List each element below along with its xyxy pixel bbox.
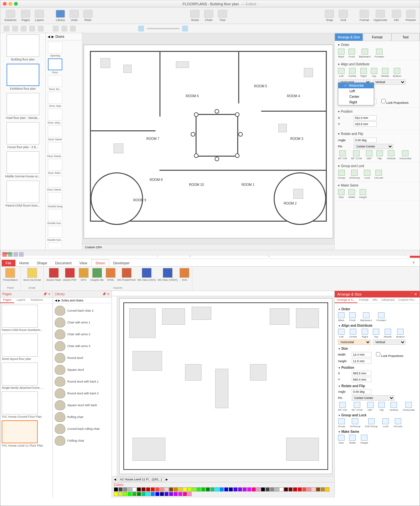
rotate-vertical-button[interactable]: Vertical [389,402,398,411]
chevron-down-icon[interactable]: ▾ [338,43,340,47]
same-size-button[interactable]: Size [338,189,345,199]
group-ungroup-button[interactable]: UnGroup [349,170,360,179]
page-thumb[interactable]: Building floor plan [2,34,44,61]
tb-present[interactable]: Present [404,9,418,22]
color-swatch[interactable] [325,487,329,492]
tab-shape[interactable]: Shape [33,260,51,266]
same-width-button[interactable]: Width [348,189,355,199]
library-item[interactable]: Double hun... [47,226,63,241]
align-left-button[interactable]: Left [338,329,345,338]
align-tool-icon[interactable] [53,26,59,32]
color-swatch[interactable] [293,487,297,492]
color-swatch[interactable] [151,487,155,492]
distribute-tool-icon[interactable] [61,26,67,32]
library-item[interactable]: Folding chair [54,435,110,447]
rotate-90-cw-button[interactable]: 90° CW [338,150,347,160]
library-item[interactable]: Double hung... [47,243,63,247]
library-item[interactable]: Double hung [47,192,63,208]
export-html-button[interactable]: HTML [106,268,116,286]
color-swatch[interactable] [197,487,201,492]
align-right-button[interactable]: Right [362,329,368,338]
export-graphic-file-button[interactable]: Graphic file [91,268,104,286]
chevron-down-icon[interactable]: ▾ [338,132,340,136]
group-unlock-button[interactable]: UnLock [374,170,383,179]
color-swatch[interactable] [183,487,187,492]
chevron-down-icon[interactable]: ▾ [338,62,340,66]
library-item[interactable]: Door, fram... [47,159,63,174]
rotate-180--button[interactable]: 180° [366,150,372,160]
library-item[interactable]: Square stool [54,364,110,376]
color-swatch[interactable] [183,492,187,496]
color-swatch[interactable] [114,492,118,496]
export-adobe-flash-button[interactable]: Adobe Flash [46,268,61,286]
tab-format[interactable]: Format [357,297,371,303]
color-swatch[interactable] [215,487,219,492]
color-swatch[interactable] [302,487,306,492]
color-swatch[interactable] [275,487,279,492]
nav-fwd-icon[interactable]: ▶ [52,35,54,38]
tb-snap[interactable]: Snap [323,9,336,22]
subtab-layers[interactable]: Layers [14,297,28,303]
redo-icon[interactable] [19,252,24,257]
tb-solutions[interactable]: Solutions [2,9,18,22]
export-svg-button[interactable]: SVG [179,268,189,286]
color-swatch[interactable] [118,487,123,492]
library-header[interactable]: ◀ ▶ Doors [46,33,82,40]
color-swatch[interactable] [270,487,274,492]
color-swatch[interactable] [201,487,205,492]
same-height-button[interactable]: Height [360,435,368,444]
group-ungroup-button[interactable]: UnGroup [350,418,360,428]
color-swatch[interactable] [114,487,118,492]
rotate-90-ccw-button[interactable]: 90° CCW [351,150,362,160]
library-item[interactable]: Chair with arms 3 [54,340,110,352]
same-height-button[interactable]: Height [359,189,367,199]
group-group-button[interactable]: Group [338,170,345,179]
page-thumb[interactable]: Single-family detached home ... [2,363,51,389]
same-width-button[interactable]: Width [349,435,356,444]
color-swatch[interactable] [174,487,178,492]
color-swatch[interactable] [137,487,141,492]
align-bottom-button[interactable]: Bottom [393,68,401,77]
library-item[interactable]: Chair with arms 1 [54,317,110,328]
library-item[interactable]: Round stool with back 1 [54,376,110,387]
tb-library[interactable]: Library [54,9,67,22]
color-swatch[interactable] [155,487,159,492]
tab-arrange-size[interactable]: Arrange & Size [335,33,363,41]
nav-back-icon[interactable]: ◀ [55,299,57,302]
angle-input[interactable] [352,389,371,394]
color-swatch[interactable] [261,487,265,492]
line-icon[interactable] [21,26,27,32]
order-backward-button[interactable]: Backward [360,312,372,322]
rotate-flip-button[interactable]: Flip [378,402,385,411]
horizontal-dropdown[interactable]: ✓Horizontal Left Center Right [338,82,374,105]
page-thumb[interactable]: Parent-Child Room Num... [2,181,44,207]
tb-layers[interactable]: Layers [33,9,46,22]
subtab-solutions[interactable]: Solutions [28,297,46,303]
vertical-select[interactable]: Vertical [373,340,406,345]
lock-proportions[interactable]: Lock Proportions [376,352,403,358]
color-swatch[interactable] [164,487,169,492]
group-group-button[interactable]: Group [338,418,345,428]
undo-icon[interactable] [13,252,18,257]
close-icon[interactable] [3,2,7,6]
align-top-button[interactable]: Top [371,68,377,77]
color-swatch[interactable] [316,487,320,492]
x-input[interactable] [354,115,377,121]
library-item[interactable]: Square stool with back [54,399,110,411]
color-swatch[interactable] [164,492,169,496]
library-category[interactable]: Sofas and chairs [61,299,83,302]
library-item[interactable]: Opening [47,42,63,57]
pointer-icon[interactable] [4,26,10,32]
color-swatch[interactable] [178,492,182,496]
tab-format[interactable]: Format [363,33,391,41]
color-swatch[interactable] [187,487,192,492]
page-tab-prev-icon[interactable]: ◀ [114,478,116,481]
library-item[interactable]: Chair with arms 2 [54,328,110,340]
tab-info[interactable]: Info [370,297,379,303]
page-thumb[interactable]: House floor plan - 3 B... [2,122,44,149]
page-tabs[interactable]: ◀ AC House Level 11 Fl... (10/1...) ▶ [112,476,334,482]
color-swatch[interactable] [224,487,228,492]
color-swatch[interactable] [132,492,136,496]
color-swatch[interactable] [146,487,150,492]
color-swatch[interactable] [307,487,311,492]
